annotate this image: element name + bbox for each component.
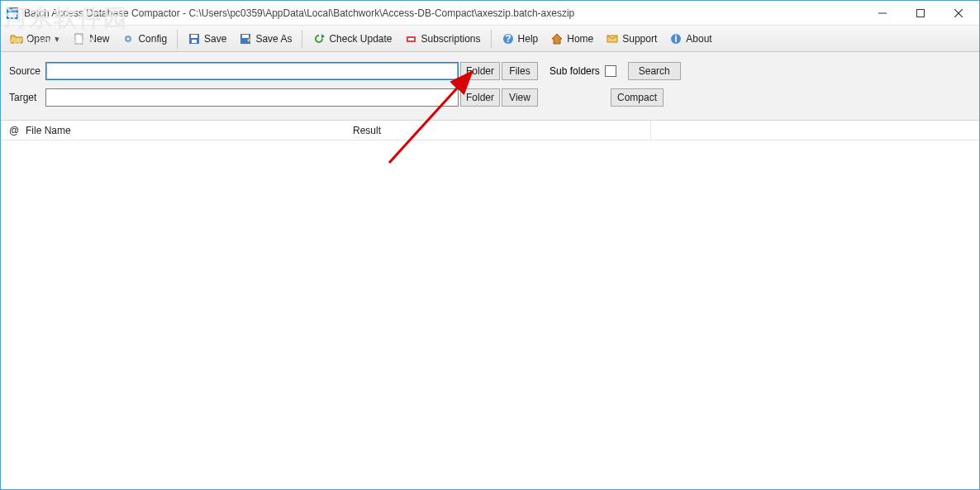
list-header: @ File Name Result <box>1 121 979 140</box>
target-input[interactable] <box>45 88 459 107</box>
help-icon: ? <box>502 32 515 45</box>
sub-folders-checkbox[interactable] <box>605 65 616 77</box>
svg-text:i: i <box>675 33 678 45</box>
target-row: Target Folder View Compact <box>9 87 971 108</box>
app-window: 河东软件园 www.pc0359.cn Batch Access Databas… <box>0 0 980 490</box>
svg-text:?: ? <box>505 33 511 45</box>
refresh-icon <box>312 32 326 45</box>
subscriptions-button[interactable]: Subscriptions <box>399 29 487 49</box>
home-icon <box>550 32 564 45</box>
home-label: Home <box>567 33 593 45</box>
check-update-button[interactable]: Check Update <box>307 29 397 49</box>
col-filename[interactable]: File Name <box>26 125 353 136</box>
compact-button[interactable]: Compact <box>611 88 664 107</box>
new-label: New <box>89 33 109 45</box>
svg-marker-16 <box>321 34 325 39</box>
svg-rect-2 <box>8 9 17 12</box>
target-folder-button[interactable]: Folder <box>460 88 500 107</box>
search-button[interactable]: Search <box>628 62 681 80</box>
target-view-button[interactable]: View <box>502 88 538 107</box>
form-area: Source Folder Files Sub folders Search T… <box>1 52 979 121</box>
new-button[interactable]: New <box>67 29 115 49</box>
col-result[interactable]: Result <box>353 125 650 136</box>
save-as-label: Save As <box>255 33 292 45</box>
save-button[interactable]: Save <box>182 29 232 49</box>
svg-rect-13 <box>192 40 197 43</box>
svg-rect-15 <box>242 35 249 38</box>
info-icon: i <box>669 32 683 45</box>
svg-point-10 <box>127 37 130 40</box>
toolbar-separator <box>177 30 178 48</box>
svg-rect-4 <box>917 9 925 17</box>
config-label: Config <box>138 33 167 45</box>
folder-open-icon <box>10 32 23 45</box>
minimize-button[interactable] <box>863 2 902 25</box>
mail-icon <box>606 32 619 45</box>
home-button[interactable]: Home <box>545 29 599 49</box>
chevron-down-icon: ▾ <box>54 33 60 45</box>
gear-icon <box>121 32 135 45</box>
about-button[interactable]: i About <box>664 29 717 49</box>
toolbar-separator <box>302 30 302 48</box>
svg-rect-18 <box>408 38 414 40</box>
sub-folders-label: Sub folders <box>549 65 600 77</box>
new-file-icon <box>73 32 86 45</box>
source-label: Source <box>9 65 45 77</box>
save-label: Save <box>204 33 226 45</box>
cart-icon <box>405 32 418 45</box>
col-at[interactable]: @ <box>1 125 26 136</box>
open-button[interactable]: Open ▾ <box>4 29 66 49</box>
window-controls <box>863 2 978 25</box>
config-button[interactable]: Config <box>116 29 173 49</box>
app-icon <box>6 7 19 20</box>
about-label: About <box>686 33 711 45</box>
source-files-button[interactable]: Files <box>502 62 538 80</box>
subscriptions-label: Subscriptions <box>421 33 481 45</box>
maximize-button[interactable] <box>902 2 940 25</box>
target-label: Target <box>9 92 45 103</box>
title-bar: Batch Access Database Compactor - C:\Use… <box>1 1 979 26</box>
window-title: Batch Access Database Compactor - C:\Use… <box>24 7 863 19</box>
toolbar: Open ▾ New Config Save Save As Check Upd… <box>1 26 979 52</box>
list-body[interactable] <box>1 140 979 489</box>
open-label: Open <box>26 33 50 45</box>
toolbar-separator <box>491 30 492 48</box>
svg-marker-21 <box>552 34 562 44</box>
help-label: Help <box>518 33 539 45</box>
source-folder-button[interactable]: Folder <box>460 62 500 80</box>
col-spacer <box>650 121 979 140</box>
source-input[interactable] <box>45 62 459 80</box>
close-button[interactable] <box>940 2 978 25</box>
save-icon <box>188 32 201 45</box>
svg-rect-12 <box>191 35 197 38</box>
check-update-label: Check Update <box>329 33 392 45</box>
save-as-button[interactable]: Save As <box>233 29 297 49</box>
support-label: Support <box>622 33 657 45</box>
help-button[interactable]: ? Help <box>496 29 545 49</box>
save-as-icon <box>239 32 252 45</box>
source-row: Source Folder Files Sub folders Search <box>9 60 971 82</box>
support-button[interactable]: Support <box>600 29 663 49</box>
